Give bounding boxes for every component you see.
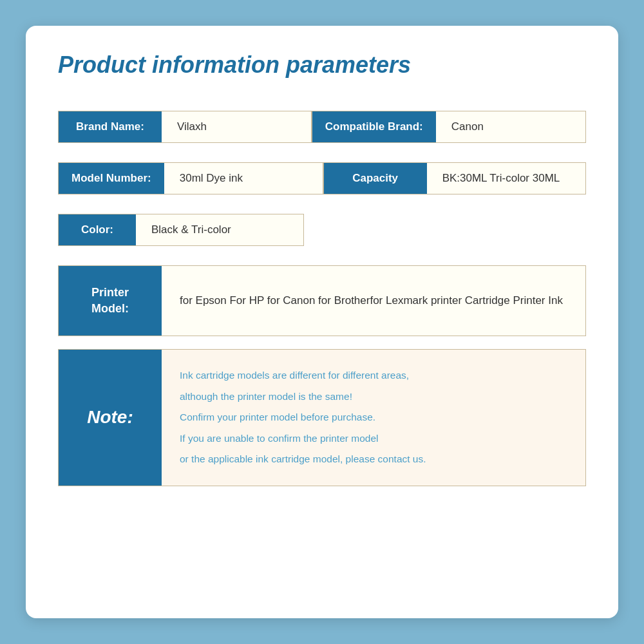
printer-line-2: for Lexmark printer Cartridge Printer In… [370,291,563,311]
color-label: Color: [59,214,136,245]
brand-name-label: Brand Name: [59,111,162,142]
model-row: Model Number: 30ml Dye ink Capacity BK:3… [58,162,586,194]
page-title: Product information parameters [58,52,586,79]
note-label: Note: [59,350,162,486]
printer-line-1: for Epson For HP for Canon for Brother [180,291,370,311]
brand-row: Brand Name: Vilaxh Compatible Brand: Can… [58,111,586,143]
product-info-card: Product information parameters Brand Nam… [26,26,618,618]
note-row: Note: Ink cartridge models are different… [58,349,586,486]
color-value: Black & Tri-color [136,214,303,245]
note-line-3: Confirm your printer model before purcha… [180,407,567,428]
note-line-5: or the applicable ink cartridge model, p… [180,449,567,470]
model-number-label: Model Number: [59,163,164,194]
printer-model-label: PrinterModel: [59,266,162,336]
compatible-brand-value: Canon [436,111,585,142]
note-line-4: If you are unable to confirm the printer… [180,428,567,450]
note-line-2: although the printer model is the same! [180,386,567,408]
capacity-value: BK:30ML Tri-color 30ML [427,163,585,194]
brand-name-value: Vilaxh [162,111,311,142]
printer-model-value: for Epson For HP for Canon for Brother f… [162,266,585,336]
color-row: Color: Black & Tri-color [58,214,304,246]
compatible-brand-label: Compatible Brand: [312,111,436,142]
note-value: Ink cartridge models are different for d… [162,350,585,486]
note-line-1: Ink cartridge models are different for d… [180,365,567,386]
printer-model-row: PrinterModel: for Epson For HP for Canon… [58,265,586,336]
capacity-label: Capacity [324,163,427,194]
model-number-value: 30ml Dye ink [164,163,323,194]
